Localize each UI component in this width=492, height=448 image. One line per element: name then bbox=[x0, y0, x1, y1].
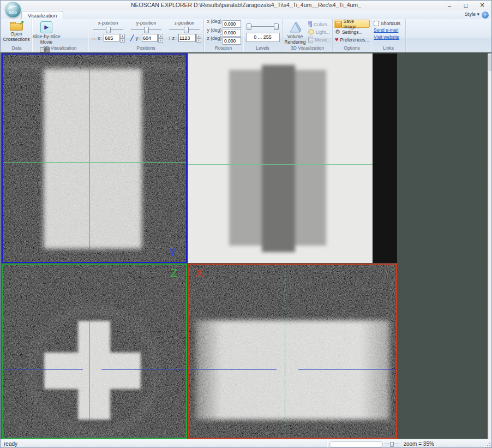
z-position-title: z-position bbox=[166, 20, 202, 26]
group-2d-visualization: ▶ Slice-by-Slice Movie Orthogonal Slices… bbox=[32, 19, 88, 52]
scrollbar-thumb[interactable] bbox=[488, 55, 492, 71]
light-button: Light... bbox=[308, 28, 331, 35]
rotation-z-input[interactable] bbox=[223, 37, 241, 45]
x-spin-down-icon[interactable]: ▾ bbox=[120, 38, 125, 43]
z-prefix: z= bbox=[172, 35, 177, 41]
z-position-slider[interactable] bbox=[169, 26, 200, 33]
rotation-z-label: z (deg) : bbox=[206, 35, 223, 46]
maximize-icon[interactable]: □ bbox=[458, 1, 474, 10]
open-crossections-button[interactable]: ↗ Open Crossections bbox=[2, 19, 31, 43]
x-value-input[interactable] bbox=[104, 34, 119, 42]
z-spin-up-icon[interactable]: ▴ bbox=[196, 34, 201, 38]
render-inner-band bbox=[262, 65, 295, 252]
light-label: Light... bbox=[316, 29, 330, 35]
folder-arrow-icon: ↗ bbox=[20, 20, 24, 26]
movie-button: Movie... bbox=[308, 36, 331, 43]
visit-website-link[interactable]: Visit website bbox=[374, 34, 403, 41]
viewport-y-slice[interactable]: Y bbox=[2, 53, 187, 263]
status-separator bbox=[327, 440, 327, 447]
z-spin-down-icon[interactable]: ▾ bbox=[196, 38, 201, 43]
group-links: Shortcuts Send e-mail Visit website Link… bbox=[371, 19, 406, 52]
z-value-input[interactable] bbox=[178, 34, 196, 42]
x-position-slider[interactable] bbox=[93, 26, 123, 33]
z-spinbox: ▴ ▾ bbox=[178, 34, 201, 42]
crosshair-x-red-line[interactable] bbox=[89, 55, 89, 262]
y-axis-icon: ╱ bbox=[129, 35, 135, 41]
save-image-button[interactable]: Save Image... bbox=[334, 20, 370, 28]
viewport-x-label: X bbox=[196, 267, 203, 279]
preferences-button[interactable]: ♥ Preferences... bbox=[334, 36, 370, 43]
viewport-x-slice[interactable]: X bbox=[188, 264, 397, 439]
group-links-label: Links bbox=[371, 45, 405, 51]
levels-min-thumb[interactable] bbox=[247, 23, 251, 30]
z-position-column: z-position ↕ z= ▴ ▾ bbox=[166, 20, 202, 42]
x-prefix: x= bbox=[98, 35, 103, 41]
viewport-z-slice[interactable]: Z bbox=[2, 264, 187, 439]
ribbon-tab-row: Visualization Style ▾ ? bbox=[1, 10, 491, 19]
save-image-icon bbox=[335, 21, 342, 27]
group-rotation: x (deg) : y (deg) : z (deg) : Rotation bbox=[204, 19, 243, 52]
y-position-slider[interactable] bbox=[131, 26, 161, 33]
x-slider-thumb[interactable] bbox=[106, 27, 111, 33]
viewport-volume-render[interactable] bbox=[188, 53, 397, 263]
3d-small-buttons: Colors... Light... Movie... bbox=[308, 21, 331, 44]
tab-visualization[interactable]: Visualization bbox=[21, 11, 63, 20]
resize-grip[interactable] bbox=[484, 441, 490, 448]
y-spin-down-icon[interactable]: ▾ bbox=[158, 38, 163, 43]
zoom-slider-thumb[interactable] bbox=[390, 442, 394, 447]
open-crossections-label: Open Crossections bbox=[2, 32, 31, 43]
x-spin-up-icon[interactable]: ▴ bbox=[120, 34, 125, 38]
levels-max-thumb[interactable] bbox=[274, 23, 279, 30]
crosshair-y-blue-line-left[interactable] bbox=[3, 369, 83, 370]
shortcuts-checkbox[interactable] bbox=[374, 21, 379, 26]
title-bar: NEOSCAN EXPLORER D:\Results\paralab\Zara… bbox=[1, 1, 491, 10]
slice-by-slice-movie-button[interactable]: ▶ Slice-by-Slice Movie bbox=[32, 19, 61, 45]
group-data-label: Data bbox=[2, 45, 32, 51]
volume-rendering-button[interactable]: Volume Rendering bbox=[283, 19, 308, 45]
render-green-line[interactable] bbox=[188, 164, 373, 165]
x-position-title: x-position bbox=[90, 20, 126, 26]
minimize-icon[interactable]: – bbox=[441, 1, 458, 10]
x-position-column: x-position ↔ x= ▴ ▾ bbox=[90, 20, 126, 42]
group-levels-label: Levels bbox=[243, 45, 282, 51]
help-icon[interactable]: ? bbox=[482, 11, 489, 19]
crosshair-z-green-line[interactable] bbox=[285, 265, 285, 438]
y-value-input[interactable] bbox=[142, 34, 158, 42]
group-3d-visualization: Volume Rendering Colors... Light... Movi… bbox=[283, 19, 333, 52]
settings-button[interactable]: ⚙ Settings... bbox=[334, 28, 370, 35]
crosshair-y-blue-line-left[interactable] bbox=[189, 369, 277, 370]
workspace: Y Z X bbox=[1, 52, 491, 439]
crosshair-y-blue-line-right[interactable] bbox=[101, 369, 186, 370]
ribbon: ↗ Open Crossections Data ▶ Slice-by-Slic… bbox=[1, 19, 491, 53]
render-black-edge bbox=[373, 53, 397, 263]
crosshair-y-blue-line-right[interactable] bbox=[298, 369, 396, 370]
send-email-link[interactable]: Send e-mail bbox=[374, 27, 403, 34]
slice-movie-label: Slice-by-Slice Movie bbox=[32, 34, 61, 45]
rotation-y-input[interactable] bbox=[223, 29, 241, 37]
settings-label: Settings... bbox=[342, 29, 363, 35]
application-window: NEOSCAN EXPLORER D:\Results\paralab\Zara… bbox=[0, 0, 492, 448]
group-positions: x-position ↔ x= ▴ ▾ bbox=[88, 19, 204, 52]
z-slider-thumb[interactable] bbox=[184, 27, 189, 33]
z-spinner: ▴ ▾ bbox=[196, 34, 201, 42]
app-logo-icon[interactable]: NEO bbox=[5, 2, 21, 18]
crosshair-z-green-line[interactable] bbox=[3, 162, 186, 163]
zoom-level-text: zoom = 35% bbox=[404, 441, 434, 447]
vertical-scrollbar[interactable] bbox=[488, 53, 492, 439]
app-logo-text: NEO bbox=[5, 11, 21, 14]
crosshair-x-red-line[interactable] bbox=[89, 265, 89, 438]
save-image-label: Save Image... bbox=[344, 19, 368, 29]
shortcuts-label: Shortcuts bbox=[381, 21, 400, 26]
y-spinbox: ▴ ▾ bbox=[142, 34, 163, 42]
levels-range-box: 0 ... 255 bbox=[246, 33, 280, 42]
style-menu[interactable]: Style ▾ bbox=[465, 11, 479, 17]
y-slider-thumb[interactable] bbox=[144, 27, 149, 33]
close-icon[interactable]: ✕ bbox=[474, 1, 490, 10]
volume-rendering-icon bbox=[289, 21, 302, 33]
rotation-x-input[interactable] bbox=[223, 20, 241, 28]
group-options: Save Image... ⚙ Settings... ♥ Preference… bbox=[333, 19, 371, 52]
open-folder-icon: ↗ bbox=[10, 22, 23, 31]
y-spin-up-icon[interactable]: ▴ bbox=[158, 34, 163, 38]
levels-slider[interactable] bbox=[247, 23, 279, 30]
zoom-slider[interactable] bbox=[385, 444, 399, 444]
